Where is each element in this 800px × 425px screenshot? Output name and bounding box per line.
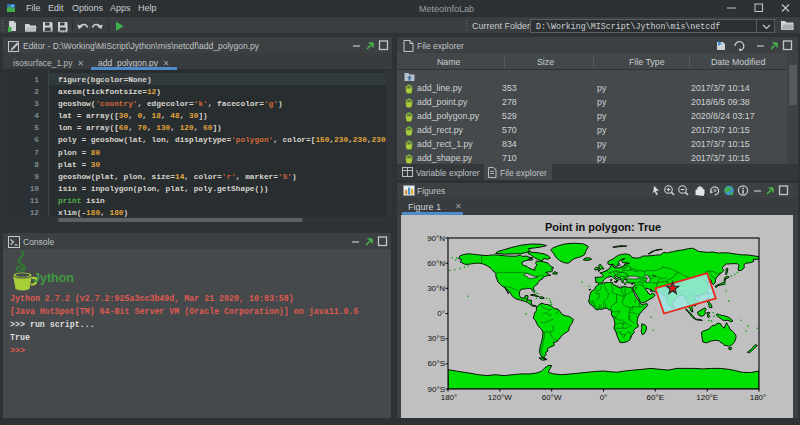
svg-text:30°N: 30°N [427, 284, 445, 293]
svg-text:60°N: 60°N [427, 259, 445, 268]
svg-text:180°: 180° [750, 393, 767, 402]
svg-text:180°: 180° [441, 393, 458, 402]
svg-text:30°S: 30°S [428, 334, 445, 343]
svg-text:0°: 0° [600, 393, 608, 402]
svg-text:60°W: 60°W [542, 393, 562, 402]
svg-text:Point in polygon: True: Point in polygon: True [545, 221, 661, 233]
svg-text:120°E: 120°E [696, 393, 718, 402]
svg-text:0°: 0° [437, 309, 445, 318]
svg-text:90°N: 90°N [427, 234, 445, 243]
svg-text:120°W: 120°W [488, 393, 513, 402]
svg-text:60°E: 60°E [647, 393, 664, 402]
svg-text:60°S: 60°S [428, 359, 445, 368]
